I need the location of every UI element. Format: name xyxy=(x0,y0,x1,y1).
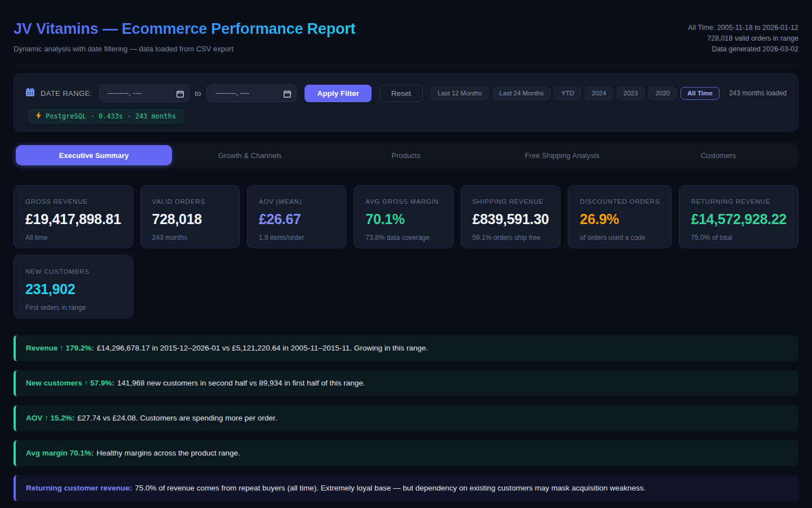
kpi-sub: 243 months xyxy=(152,234,228,242)
insight-text: 141,968 new customers in second half vs … xyxy=(117,379,365,387)
query-status-row: PostgreSQL · 0.433s · 243 months xyxy=(25,110,787,123)
kpi-sub: First orders in range xyxy=(25,304,121,312)
preset-buttons: Last 12 Months Last 24 Months YTD 2024 2… xyxy=(431,87,720,100)
kpi-sub: 75.0% of total xyxy=(691,234,787,242)
kpi-card-aov-mean: AOV (MEAN) £26.67 1.9 items/order xyxy=(247,185,346,248)
tab-growth-channels[interactable]: Growth & Channels xyxy=(172,145,328,165)
report-page: JV Vitamins — Ecommerce Performance Repo… xyxy=(0,0,812,501)
page-subtitle: Dynamic analysis with date filtering — d… xyxy=(14,45,355,53)
kpi-label: NEW CUSTOMERS xyxy=(25,268,121,275)
to-label: to xyxy=(195,89,201,98)
reset-button[interactable]: Reset xyxy=(379,85,423,102)
date-to-field[interactable] xyxy=(206,84,297,102)
kpi-card-avg-gross-margin: AVG GROSS MARGIN 70.1% 73.8% data covera… xyxy=(354,185,453,248)
insight-label: New customers ↑ 57.9%: xyxy=(26,379,114,387)
kpi-value: £19,417,898.81 xyxy=(25,211,121,227)
insight-revenue-growth: Revenue ↑ 179.2%:£14,296,678.17 in 2015-… xyxy=(14,335,798,361)
tab-customers[interactable]: Customers xyxy=(640,145,796,165)
kpi-card-valid-orders: VALID ORDERS 728,018 243 months xyxy=(140,185,240,248)
tab-bar: Executive Summary Growth & Channels Prod… xyxy=(14,143,798,168)
date-filter-panel: DATE RANGE: to Apply Filter Reset Last 1… xyxy=(14,73,798,132)
apply-filter-button[interactable]: Apply Filter xyxy=(304,85,371,102)
kpi-value: 26.9% xyxy=(580,211,660,227)
kpi-card-returning-revenue: RETURNING REVENUE £14,572,928.22 75.0% o… xyxy=(679,185,798,248)
date-from-field[interactable] xyxy=(99,84,189,102)
page-title: JV Vitamins — Ecommerce Performance Repo… xyxy=(14,20,355,38)
calendar-icon[interactable] xyxy=(284,90,291,100)
calendar-icon xyxy=(25,87,35,99)
kpi-sub: All time xyxy=(25,234,121,242)
kpi-label: RETURNING REVENUE xyxy=(691,198,787,205)
kpi-sub: 59.1% orders ship free xyxy=(473,234,549,242)
kpi-sub: 1.9 items/order xyxy=(259,234,334,242)
insight-text: £27.74 vs £24.08. Customers are spending… xyxy=(77,414,277,422)
kpi-label: AVG GROSS MARGIN xyxy=(365,198,441,205)
insight-new-customers: New customers ↑ 57.9%:141,968 new custom… xyxy=(14,370,798,396)
date-to-input[interactable] xyxy=(207,85,296,102)
query-status-text: PostgreSQL · 0.433s · 243 months xyxy=(46,112,176,120)
calendar-icon[interactable] xyxy=(176,90,184,100)
months-loaded-label: 243 months loaded xyxy=(729,89,787,97)
kpi-label: GROSS REVENUE xyxy=(25,198,121,205)
date-from-input[interactable] xyxy=(100,85,189,102)
kpi-sub: 73.8% data coverage xyxy=(365,234,441,242)
kpi-value: 231,902 xyxy=(25,281,121,297)
date-range-label: DATE RANGE: xyxy=(41,89,92,98)
meta-generated-date: Data generated 2026-03-02 xyxy=(688,44,798,55)
kpi-label: VALID ORDERS xyxy=(152,198,228,205)
preset-ytd[interactable]: YTD xyxy=(554,87,581,100)
kpi-sub: of orders used a code xyxy=(580,234,660,242)
insight-label: Avg margin 70.1%: xyxy=(26,449,94,457)
tab-products[interactable]: Products xyxy=(328,145,484,165)
preset-2024[interactable]: 2024 xyxy=(585,87,613,100)
insight-text: Healthy margins across the product range… xyxy=(96,449,240,457)
insight-label: AOV ↑ 15.2%: xyxy=(26,414,74,422)
tab-free-shipping-analysis[interactable]: Free Shipping Analysis xyxy=(484,145,640,165)
kpi-card-new-customers: NEW CUSTOMERS 231,902 First orders in ra… xyxy=(14,255,133,318)
kpi-card-gross-revenue: GROSS REVENUE £19,417,898.81 All time xyxy=(14,185,133,248)
kpi-value: £14,572,928.22 xyxy=(691,211,787,227)
insight-text: 75.0% of revenue comes from repeat buyer… xyxy=(135,484,646,492)
meta-all-time-range: All Time: 2005-11-18 to 2026-01-12 xyxy=(688,23,798,33)
lightning-bolt-icon xyxy=(36,112,41,121)
query-status-badge: PostgreSQL · 0.433s · 243 months xyxy=(29,110,183,123)
meta-valid-orders: 728,018 valid orders in range xyxy=(688,33,798,44)
kpi-card-shipping-revenue: SHIPPING REVENUE £839,591.30 59.1% order… xyxy=(461,185,561,248)
insight-returning-customer-revenue: Returning customer revenue:75.0% of reve… xyxy=(14,475,798,501)
kpi-value: 728,018 xyxy=(152,211,228,227)
header-titles: JV Vitamins — Ecommerce Performance Repo… xyxy=(14,20,355,53)
preset-last-24-months[interactable]: Last 24 Months xyxy=(493,87,551,100)
insights-list: Revenue ↑ 179.2%:£14,296,678.17 in 2015-… xyxy=(14,335,798,501)
insight-label: Returning customer revenue: xyxy=(26,484,132,492)
insight-aov: AOV ↑ 15.2%:£27.74 vs £24.08. Customers … xyxy=(14,405,798,431)
insight-avg-margin: Avg margin 70.1%:Healthy margins across … xyxy=(14,440,798,466)
preset-all-time[interactable]: All Time xyxy=(681,87,720,100)
preset-last-12-months[interactable]: Last 12 Months xyxy=(431,87,489,100)
header-meta: All Time: 2005-11-18 to 2026-01-12 728,0… xyxy=(688,20,798,55)
tab-executive-summary[interactable]: Executive Summary xyxy=(16,145,172,165)
insight-text: £14,296,678.17 in 2015-12–2026-01 vs £5,… xyxy=(97,344,428,352)
kpi-label: AOV (MEAN) xyxy=(259,198,334,205)
kpi-value: £26.67 xyxy=(259,211,334,227)
report-header: JV Vitamins — Ecommerce Performance Repo… xyxy=(14,0,798,65)
kpi-grid: GROSS REVENUE £19,417,898.81 All time VA… xyxy=(14,185,798,318)
preset-2020[interactable]: 2020 xyxy=(648,87,677,100)
kpi-label: DISCOUNTED ORDERS xyxy=(580,198,660,205)
kpi-card-discounted-orders: DISCOUNTED ORDERS 26.9% of orders used a… xyxy=(568,185,672,248)
kpi-label: SHIPPING REVENUE xyxy=(473,198,549,205)
insight-label: Revenue ↑ 179.2%: xyxy=(26,344,94,352)
kpi-value: 70.1% xyxy=(365,211,441,227)
preset-2023[interactable]: 2023 xyxy=(617,87,645,100)
filter-row: DATE RANGE: to Apply Filter Reset Last 1… xyxy=(25,84,787,102)
kpi-value: £839,591.30 xyxy=(473,211,549,227)
